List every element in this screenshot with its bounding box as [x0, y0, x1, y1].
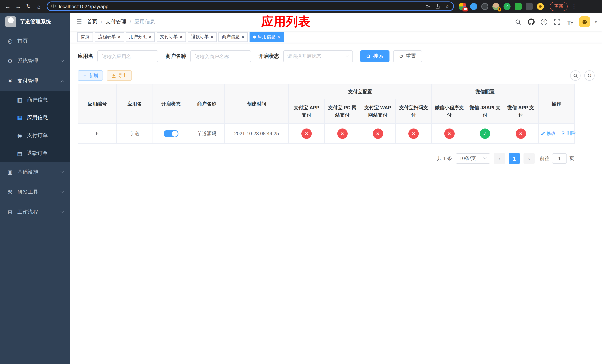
col-app-name: 应用名: [117, 84, 153, 124]
tag-merchant-info[interactable]: 商户信息×: [219, 32, 248, 42]
tag-app-info[interactable]: 应用信息×: [249, 32, 283, 42]
sidebar-toggle-icon[interactable]: ☰: [70, 18, 87, 26]
forward-icon[interactable]: →: [13, 1, 23, 11]
search-button[interactable]: 搜索: [360, 50, 389, 62]
tag-process-form[interactable]: 流程表单×: [95, 32, 124, 42]
tag-user-group[interactable]: 用户分组×: [126, 32, 155, 42]
ext-globe-icon[interactable]: [481, 3, 488, 10]
status-toggle[interactable]: [163, 130, 178, 137]
add-button[interactable]: ＋ 新增: [78, 70, 103, 81]
col-merchant: 商户名称: [189, 84, 225, 124]
sidebar-item-payment[interactable]: ￥ 支付管理: [0, 71, 70, 91]
page-number-1[interactable]: 1: [509, 153, 520, 164]
close-icon[interactable]: ×: [277, 34, 280, 39]
address-bar[interactable]: ⓘ localhost:1024/pay/app ☆: [47, 1, 454, 11]
chrome-update-button[interactable]: 更新: [550, 2, 568, 11]
briefcase-icon: ⊞: [7, 209, 13, 215]
search-icon[interactable]: [514, 18, 522, 26]
cell-app-name: 芋道: [117, 124, 153, 143]
total-count: 共 1 条: [437, 155, 452, 162]
close-icon[interactable]: ×: [180, 34, 182, 39]
col-wechat-lite: 微信小程序支付: [431, 99, 467, 124]
delete-link[interactable]: 删除: [561, 130, 576, 137]
github-icon[interactable]: [527, 18, 535, 26]
breadcrumb-home[interactable]: 首页: [87, 19, 97, 25]
cross-circle-icon: ×: [301, 128, 312, 139]
font-size-icon[interactable]: TT: [566, 18, 574, 26]
page-size-select[interactable]: 10条/页: [456, 153, 490, 164]
browser-toolbar: ← → ↻ ⌂ ⓘ localhost:1024/pay/app ☆ 10 1 …: [0, 0, 602, 13]
col-wechat-app: 微信 APP 支付: [503, 99, 538, 124]
help-icon[interactable]: ?: [540, 18, 548, 26]
tag-pay-order[interactable]: 支付订单×: [157, 32, 186, 42]
next-page-button[interactable]: ›: [524, 153, 535, 164]
fullscreen-icon[interactable]: [553, 18, 561, 26]
avatar-caret-icon[interactable]: ▾: [595, 20, 597, 24]
cross-circle-icon: ×: [516, 128, 526, 139]
export-button[interactable]: 导出: [107, 70, 132, 81]
toggle-search-button[interactable]: [570, 70, 580, 81]
cross-circle-icon: ×: [444, 128, 454, 139]
ext-avatar-icon[interactable]: 1: [492, 3, 499, 10]
col-alipay-wap: 支付宝 WAP 网站支付: [360, 99, 396, 124]
user-avatar[interactable]: ☻: [579, 16, 590, 27]
sidebar-item-refund-order[interactable]: ▤ 退款订单: [0, 144, 70, 162]
bookmark-star-icon[interactable]: ☆: [445, 3, 450, 9]
sidebar-item-merchant-info[interactable]: ▥ 商户信息: [0, 91, 70, 109]
sidebar-item-workflow[interactable]: ⊞ 工作流程: [0, 202, 70, 222]
close-icon[interactable]: ×: [211, 34, 214, 39]
sidebar-item-dev-tools[interactable]: ⚒ 研发工具: [0, 182, 70, 202]
col-created: 创建时间: [225, 84, 289, 124]
prev-page-button[interactable]: ‹: [494, 153, 505, 164]
ext-blue-icon[interactable]: [470, 3, 477, 10]
ext-pin-icon[interactable]: [526, 3, 533, 10]
password-key-icon[interactable]: [426, 4, 431, 9]
reset-button[interactable]: ↺ 重置: [393, 50, 422, 62]
status-label: 开启状态: [258, 53, 279, 60]
refresh-button[interactable]: ↻: [584, 70, 595, 81]
chevron-up-icon: [61, 80, 64, 84]
ext-check-icon[interactable]: ✓: [504, 3, 511, 10]
edit-link[interactable]: 修改: [541, 130, 556, 137]
app-name-input[interactable]: [97, 50, 158, 62]
sidebar-item-infra[interactable]: ▣ 基础设施: [0, 162, 70, 182]
close-icon[interactable]: ×: [242, 34, 244, 39]
active-dot: [253, 35, 256, 38]
close-icon[interactable]: ×: [118, 34, 120, 39]
extensions-area: 10 1 ✓ ☻: [459, 3, 544, 10]
ext-grid-icon[interactable]: 10: [459, 3, 466, 10]
sidebar-item-pay-order[interactable]: ◉ 支付订单: [0, 127, 70, 144]
browser-menu-icon[interactable]: ⋮: [571, 3, 577, 10]
site-info-icon[interactable]: ⓘ: [51, 3, 56, 10]
reload-icon[interactable]: ↻: [24, 1, 33, 11]
chevron-down-icon: [346, 53, 349, 57]
coin-icon: ◉: [16, 132, 23, 139]
close-icon[interactable]: ×: [149, 34, 151, 39]
screen: ← → ↻ ⌂ ⓘ localhost:1024/pay/app ☆ 10 1 …: [0, 0, 602, 364]
sidebar-item-home[interactable]: ◴ 首页: [0, 31, 70, 51]
share-icon[interactable]: [435, 4, 441, 9]
tag-home[interactable]: 首页: [77, 32, 93, 42]
page-unit-label: 页: [570, 155, 574, 162]
profile-avatar-icon[interactable]: ☻: [537, 3, 544, 10]
ext-chat-icon[interactable]: [515, 3, 522, 10]
merchant-name-input[interactable]: [190, 50, 251, 62]
app-frame: 芋道管理系统 ◴ 首页 ⚙ 系统管理 ￥ 支付管理: [0, 13, 602, 364]
chevron-down-icon: [61, 58, 64, 62]
app-logo[interactable]: 芋道管理系统: [0, 13, 70, 31]
tag-refund-order[interactable]: 退款订单×: [188, 32, 217, 42]
sidebar-item-app-info[interactable]: ▦ 应用信息: [0, 109, 70, 127]
url-text[interactable]: localhost:1024/pay/app: [59, 3, 423, 9]
search-form: 应用名 商户名称 开启状态 请选择开启状态: [78, 50, 595, 62]
breadcrumb-payment[interactable]: 支付管理: [106, 19, 126, 25]
check-circle-icon: ✓: [480, 128, 490, 139]
logo-avatar: [5, 16, 16, 27]
app-name-label: 应用名: [78, 53, 93, 60]
goto-page-input[interactable]: [552, 153, 567, 164]
cross-circle-icon: ×: [373, 128, 383, 139]
back-icon[interactable]: ←: [3, 1, 13, 11]
col-wechat-jsapi: 微信 JSAPI 支付: [467, 99, 503, 124]
home-icon[interactable]: ⌂: [34, 1, 44, 11]
sidebar-item-system[interactable]: ⚙ 系统管理: [0, 51, 70, 71]
status-select[interactable]: 请选择开启状态: [283, 50, 353, 62]
